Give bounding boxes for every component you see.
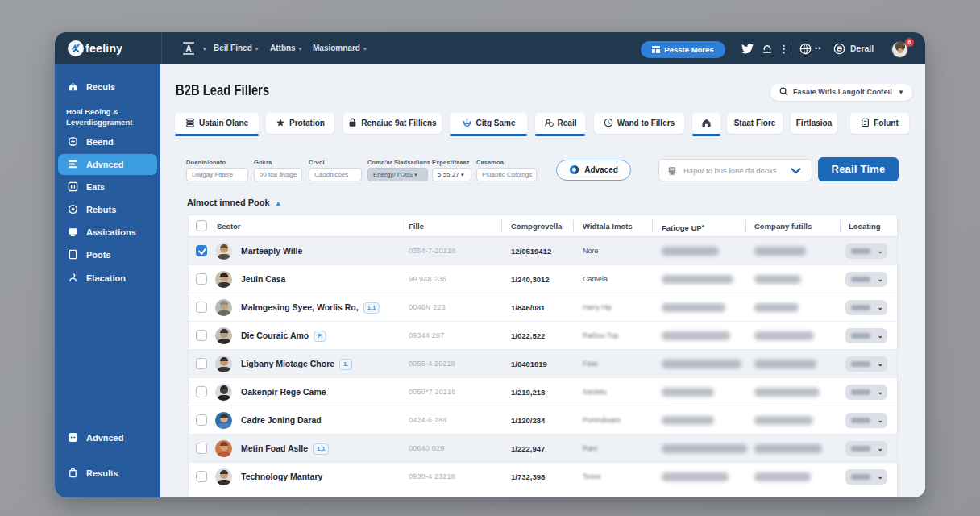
svg-text:A: A [185,44,191,53]
